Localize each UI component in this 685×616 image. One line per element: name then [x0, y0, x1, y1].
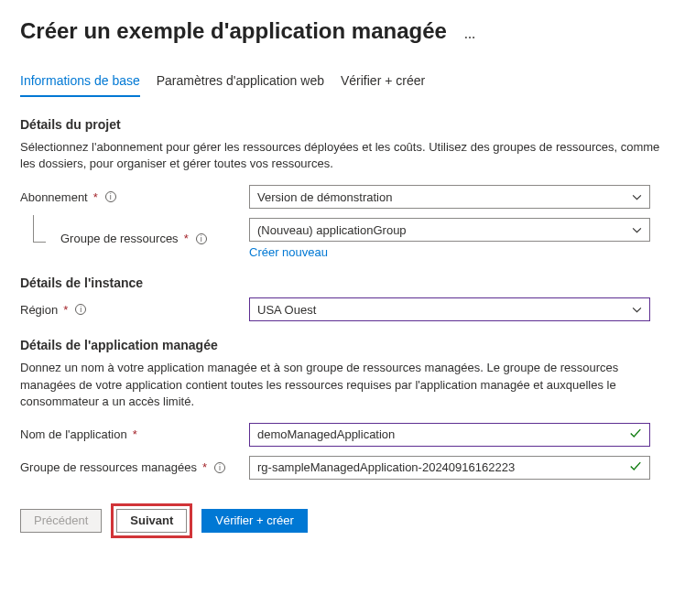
page-title: Créer un exemple d'application managée …	[20, 18, 665, 44]
app-name-value: demoManagedApplication	[257, 427, 395, 441]
tab-review-create[interactable]: Vérifier + créer	[341, 68, 425, 97]
info-icon[interactable]: i	[105, 191, 116, 202]
required-star: *	[202, 460, 207, 474]
section-project-title: Détails du projet	[20, 117, 665, 132]
managed-rg-value: rg-sampleManagedApplication-202409161622…	[257, 460, 515, 474]
more-icon[interactable]: …	[464, 27, 478, 41]
info-icon[interactable]: i	[214, 462, 225, 473]
section-managed-title: Détails de l'application managée	[20, 338, 665, 352]
create-new-link[interactable]: Créer nouveau	[249, 245, 328, 259]
chevron-down-icon	[632, 303, 642, 317]
required-star: *	[133, 427, 137, 441]
row-resource-group: Groupe de ressources * i (Nouveau) appli…	[20, 218, 665, 259]
app-name-label: Nom de l'application	[20, 427, 127, 441]
subscription-select[interactable]: Version de démonstration	[249, 185, 650, 209]
next-button[interactable]: Suivant	[116, 509, 187, 533]
region-select[interactable]: USA Ouest	[249, 297, 650, 321]
required-star: *	[93, 190, 98, 204]
indent-line	[33, 215, 46, 243]
chevron-down-icon	[632, 223, 642, 237]
tabs: Informations de base Paramètres d'applic…	[20, 68, 665, 97]
app-name-input[interactable]: demoManagedApplication	[249, 423, 650, 447]
row-managed-rg: Groupe de ressources managées * i rg-sam…	[20, 456, 665, 480]
required-star: *	[184, 232, 189, 245]
info-icon[interactable]: i	[75, 304, 86, 315]
tab-basics[interactable]: Informations de base	[20, 68, 140, 97]
subscription-label: Abonnement	[20, 190, 88, 204]
managed-rg-input[interactable]: rg-sampleManagedApplication-202409161622…	[249, 456, 650, 480]
resource-group-label: Groupe de ressources	[60, 232, 179, 245]
row-app-name: Nom de l'application * demoManagedApplic…	[20, 423, 665, 447]
page-title-text: Créer un exemple d'application managée	[20, 18, 447, 43]
chevron-down-icon	[632, 190, 642, 204]
tab-webapp-settings[interactable]: Paramètres d'application web	[157, 68, 324, 97]
region-label: Région	[20, 303, 58, 317]
row-region: Région * i USA Ouest	[20, 297, 665, 321]
subscription-value: Version de démonstration	[257, 190, 392, 204]
section-managed-desc: Donnez un nom à votre application managé…	[20, 360, 661, 410]
section-instance-title: Détails de l'instance	[20, 276, 665, 290]
resource-group-value: (Nouveau) applicationGroup	[257, 223, 407, 237]
info-icon[interactable]: i	[196, 233, 207, 244]
highlight-box: Suivant	[111, 503, 192, 538]
managed-rg-label: Groupe de ressources managées	[20, 460, 197, 474]
required-star: *	[63, 303, 68, 317]
row-subscription: Abonnement * i Version de démonstration	[20, 185, 665, 209]
check-icon	[629, 427, 642, 442]
section-project-desc: Sélectionnez l'abonnement pour gérer les…	[20, 139, 661, 172]
review-create-button[interactable]: Vérifier + créer	[201, 509, 308, 533]
footer: Précédent Suivant Vérifier + créer	[20, 503, 665, 538]
previous-button: Précédent	[20, 509, 102, 533]
resource-group-select[interactable]: (Nouveau) applicationGroup	[249, 218, 650, 242]
check-icon	[629, 459, 642, 475]
region-value: USA Ouest	[257, 303, 316, 317]
